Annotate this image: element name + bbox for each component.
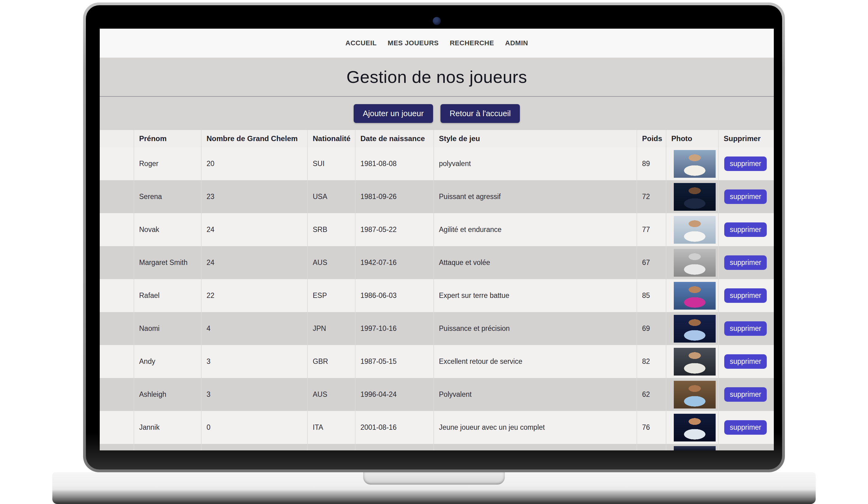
cell-nationalite: AUS: [308, 246, 355, 279]
delete-button[interactable]: supprimer: [724, 354, 767, 369]
webcam-icon: [433, 17, 441, 25]
cell-naissance: 1996-04-24: [355, 378, 434, 411]
cell-photo: [666, 180, 719, 213]
table-row: Margaret Smith24AUS1942-07-16Attaque et …: [100, 246, 774, 279]
table-header-cell: Date de naissance: [355, 130, 434, 147]
delete-button[interactable]: supprimer: [724, 321, 767, 336]
table-header-cell: Photo: [666, 130, 719, 147]
cell-poids: 77: [637, 213, 666, 246]
cell-grand_chelem: 22: [201, 279, 308, 312]
cell-photo: [666, 246, 719, 279]
serena-trophy-photo: [674, 183, 716, 211]
cell-photo: [666, 279, 719, 312]
delete-button[interactable]: supprimer: [724, 255, 767, 270]
clipped-player-photo: [674, 446, 716, 451]
nav-link-accueil[interactable]: ACCUEIL: [345, 39, 376, 47]
nav-link-admin[interactable]: ADMIN: [505, 39, 528, 47]
players-table: PrénomNombre de Grand ChelemNationalitéD…: [100, 130, 774, 451]
roger-trophy-photo: [674, 150, 716, 178]
top-navbar: ACCUEILMES JOUEURSRECHERCHEADMIN: [100, 29, 774, 58]
row-spacer-cell: [100, 345, 134, 378]
cell-style: Puissant et agressif: [434, 180, 637, 213]
cell-nationalite: USA: [308, 180, 355, 213]
cell-style: Excellent retour de service: [434, 345, 637, 378]
table-row: Naomi4JPN1997-10-16Puissance et précisio…: [100, 312, 774, 345]
cell-supprimer: supprimer: [719, 180, 774, 213]
rafael-photo: [674, 282, 716, 310]
laptop-screen: ACCUEILMES JOUEURSRECHERCHEADMIN Gestion…: [100, 29, 774, 451]
laptop-lid: ACCUEILMES JOUEURSRECHERCHEADMIN Gestion…: [83, 2, 785, 472]
screenshot-stage: ACCUEILMES JOUEURSRECHERCHEADMIN Gestion…: [0, 0, 868, 504]
delete-button[interactable]: supprimer: [724, 190, 767, 204]
table-header-cell: [100, 130, 134, 147]
cell-poids: 69: [637, 312, 666, 345]
cell-supprimer: supprimer: [719, 345, 774, 378]
cell-grand_chelem: 24: [201, 246, 308, 279]
cell-naissance: 1981-08-08: [355, 147, 434, 180]
cell-poids: 67: [637, 246, 666, 279]
add-player-button[interactable]: Ajouter un joueur: [354, 104, 433, 123]
cell-style: Expert sur terre battue: [434, 279, 637, 312]
row-spacer-cell: [100, 147, 134, 180]
cell-grand_chelem: 3: [201, 378, 308, 411]
cell-supprimer: supprimer: [719, 279, 774, 312]
cell-naissance: 1987-05-15: [355, 345, 434, 378]
delete-button[interactable]: supprimer: [724, 222, 767, 237]
table-header-row: PrénomNombre de Grand ChelemNationalitéD…: [100, 130, 774, 147]
cell-photo: [666, 378, 719, 411]
table-row: Jannik0ITA2001-08-16Jeune joueur avec un…: [100, 411, 774, 444]
cell-prenom: Novak: [134, 213, 201, 246]
jannik-photo: [674, 414, 716, 442]
cell-photo: [666, 312, 719, 345]
cell-supprimer: supprimer: [719, 312, 774, 345]
table-header-cell: Nombre de Grand Chelem: [201, 130, 308, 147]
delete-button[interactable]: supprimer: [724, 288, 767, 303]
cell-nationalite: JPN: [308, 312, 355, 345]
row-cell: [719, 444, 774, 451]
row-cell: [434, 444, 637, 451]
table-row: Rafael22ESP1986-06-03Expert sur terre ba…: [100, 279, 774, 312]
margaret-bw-photo: [674, 249, 716, 276]
cell-poids: 89: [637, 147, 666, 180]
cell-prenom: Jannik: [134, 411, 201, 444]
cell-grand_chelem: 4: [201, 312, 308, 345]
cell-prenom: Margaret Smith: [134, 246, 201, 279]
cell-nationalite: AUS: [308, 378, 355, 411]
cell-supprimer: supprimer: [719, 411, 774, 444]
cell-photo: [666, 444, 719, 451]
cell-grand_chelem: 0: [201, 411, 308, 444]
delete-button[interactable]: supprimer: [724, 157, 767, 171]
cell-style: Puissance et précision: [434, 312, 637, 345]
novak-trophy-photo: [674, 216, 716, 244]
cell-nationalite: ITA: [308, 411, 355, 444]
table-header-cell: Nationalité: [308, 130, 355, 147]
row-cell: [134, 444, 201, 451]
nav-link-recherche[interactable]: RECHERCHE: [450, 39, 494, 47]
laptop-base: [52, 472, 816, 504]
cell-prenom: Ashleigh: [134, 378, 201, 411]
delete-button[interactable]: supprimer: [724, 420, 767, 435]
table-row: Novak24SRB1987-05-22Agilité et endurance…: [100, 213, 774, 246]
cell-nationalite: SUI: [308, 147, 355, 180]
back-home-button[interactable]: Retour à l'accueil: [441, 104, 520, 123]
actions-band: Ajouter un joueur Retour à l'accueil: [100, 97, 774, 130]
table-row: Serena23USA1981-09-26Puissant et agressi…: [100, 180, 774, 213]
cell-photo: [666, 345, 719, 378]
row-spacer-cell: [100, 246, 134, 279]
cell-prenom: Andy: [134, 345, 201, 378]
cell-supprimer: supprimer: [719, 246, 774, 279]
cell-grand_chelem: 23: [201, 180, 308, 213]
row-spacer-cell: [100, 411, 134, 444]
ashleigh-photo: [674, 381, 716, 409]
nav-link-mes-joueurs[interactable]: MES JOUEURS: [388, 39, 439, 47]
cell-supprimer: supprimer: [719, 147, 774, 180]
title-band: Gestion de nos joueurs: [100, 58, 774, 97]
cell-style: Attaque et volée: [434, 246, 637, 279]
cell-naissance: 1997-10-16: [355, 312, 434, 345]
cell-supprimer: supprimer: [719, 378, 774, 411]
cell-prenom: Roger: [134, 147, 201, 180]
cell-prenom: Serena: [134, 180, 201, 213]
cell-photo: [666, 213, 719, 246]
cell-grand_chelem: 3: [201, 345, 308, 378]
delete-button[interactable]: supprimer: [724, 387, 767, 402]
